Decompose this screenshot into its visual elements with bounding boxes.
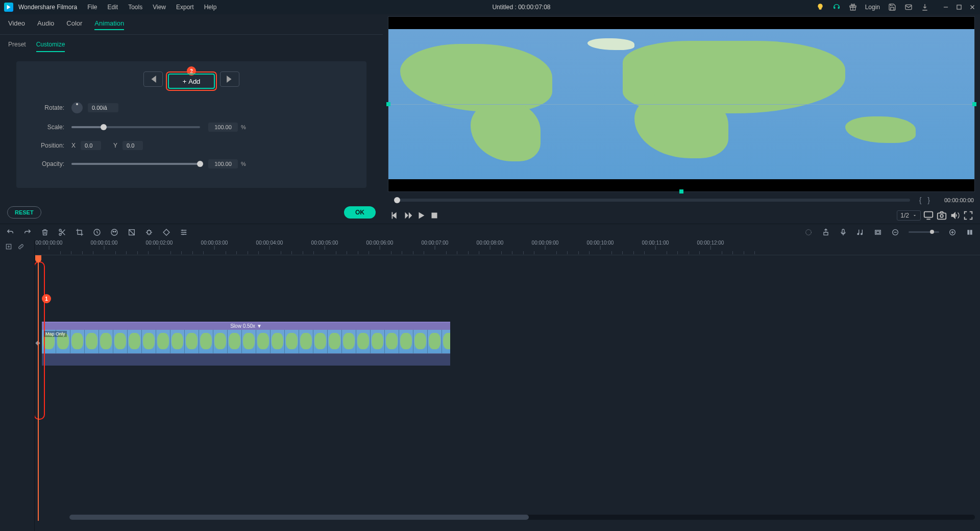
- menu-help[interactable]: Help: [204, 4, 217, 11]
- position-y-value[interactable]: 0.0: [122, 141, 143, 150]
- lightbulb-icon[interactable]: [816, 3, 824, 11]
- scale-value[interactable]: 100.00: [208, 123, 238, 132]
- scale-slider[interactable]: [71, 126, 200, 128]
- subtab-preset[interactable]: Preset: [8, 41, 26, 52]
- resize-handle-right[interactable]: [972, 102, 976, 106]
- resize-handle-left[interactable]: [386, 102, 390, 106]
- clip-effect-label[interactable]: Slow 0.50x ▼: [42, 323, 450, 330]
- delete-icon[interactable]: [41, 228, 49, 236]
- tab-animation[interactable]: Animation: [94, 19, 124, 30]
- zoom-fit-icon[interactable]: [966, 228, 974, 236]
- play-icon[interactable]: [415, 210, 427, 221]
- audio-mixer-icon[interactable]: [856, 228, 865, 236]
- window-close-icon[interactable]: [969, 4, 976, 11]
- clip-name: Map Only: [44, 331, 67, 337]
- headphones-icon[interactable]: [832, 3, 841, 11]
- plus-icon: +: [183, 78, 187, 85]
- mail-icon[interactable]: [904, 3, 913, 11]
- download-icon[interactable]: [921, 3, 929, 11]
- position-x-label: X: [71, 142, 76, 149]
- tab-color[interactable]: Color: [66, 19, 82, 30]
- rotate-label: Rotate:: [29, 104, 64, 111]
- render-icon[interactable]: [804, 228, 813, 236]
- ruler-tick: 00:00:03:00: [201, 240, 228, 250]
- zoom-slider[interactable]: [909, 231, 939, 233]
- marker-icon[interactable]: [822, 228, 830, 236]
- svg-point-16: [806, 229, 812, 235]
- color-icon[interactable]: [110, 228, 118, 236]
- menu-view[interactable]: View: [153, 4, 166, 11]
- speed-icon[interactable]: [93, 228, 101, 236]
- add-keyframe-button[interactable]: + Add: [168, 74, 215, 89]
- timeline-tracks[interactable]: 1 1 Slow 0.50x ▼ Map Only 1: [35, 255, 980, 521]
- timeline-scrollbar[interactable]: [69, 515, 975, 520]
- login-button[interactable]: Login: [865, 4, 880, 11]
- ruler-tick: 00:00:05:00: [311, 240, 338, 250]
- video-clip[interactable]: Slow 0.50x ▼ Map Only: [42, 322, 450, 365]
- track-link-icon[interactable]: [17, 243, 24, 250]
- rotate-knob[interactable]: [71, 102, 83, 113]
- prev-keyframe-button[interactable]: [143, 71, 163, 87]
- resize-handle-bottom[interactable]: [679, 189, 683, 194]
- opacity-value[interactable]: 100.00: [208, 159, 238, 168]
- window-minimize-icon[interactable]: [942, 4, 949, 11]
- ruler-tick: 00:00:02:00: [146, 240, 173, 250]
- ok-button[interactable]: OK: [344, 206, 376, 219]
- seek-bar[interactable]: [394, 199, 910, 202]
- ruler-tick: 00:00:06:00: [366, 240, 394, 250]
- mark-out-icon[interactable]: }: [925, 196, 932, 204]
- svg-point-13: [115, 231, 116, 232]
- save-icon[interactable]: [888, 3, 896, 11]
- annotation-highlight-playhead: [35, 261, 45, 420]
- gift-icon[interactable]: [849, 3, 857, 11]
- zoom-in-icon[interactable]: [948, 228, 957, 236]
- zoom-out-icon[interactable]: [891, 228, 899, 236]
- motion-track-icon[interactable]: [145, 228, 153, 236]
- display-icon[interactable]: [923, 210, 934, 221]
- scale-unit: %: [241, 124, 246, 130]
- ruler-tick: 00:00:07:00: [422, 240, 449, 250]
- step-back-icon[interactable]: [389, 210, 400, 221]
- rotate-value[interactable]: 0.00iâ: [88, 103, 118, 112]
- volume-icon[interactable]: [949, 210, 961, 221]
- position-x-value[interactable]: 0.0: [81, 141, 101, 150]
- menu-file[interactable]: File: [87, 4, 97, 11]
- menu-tools[interactable]: Tools: [128, 4, 142, 11]
- opacity-unit: %: [241, 161, 246, 167]
- chevron-down-icon: [912, 213, 917, 218]
- keyframe-icon[interactable]: [162, 228, 170, 236]
- window-maximize-icon[interactable]: [955, 4, 963, 11]
- subtab-customize[interactable]: Customize: [36, 41, 65, 52]
- preview-scale-select[interactable]: 1/2: [897, 210, 921, 221]
- safe-zone-icon[interactable]: [874, 228, 882, 236]
- menu-export[interactable]: Export: [176, 4, 194, 11]
- track-add-icon[interactable]: [5, 243, 12, 250]
- adjust-icon[interactable]: [180, 228, 188, 236]
- preview-viewport[interactable]: [388, 16, 975, 192]
- play-forward-icon[interactable]: [402, 210, 413, 221]
- mark-in-icon[interactable]: {: [917, 196, 924, 204]
- timeline-ruler[interactable]: 00:00:00:0000:00:01:0000:00:02:0000:00:0…: [35, 240, 980, 255]
- stop-icon[interactable]: [429, 210, 440, 221]
- inspector-panel: Video Audio Color Animation Preset Custo…: [0, 14, 383, 224]
- tab-video[interactable]: Video: [8, 19, 25, 30]
- rotate-row: Rotate: 0.00iâ: [29, 102, 354, 113]
- next-keyframe-button[interactable]: [220, 71, 239, 87]
- snapshot-icon[interactable]: [936, 210, 947, 221]
- opacity-slider[interactable]: [71, 163, 200, 165]
- tab-audio[interactable]: Audio: [37, 19, 54, 30]
- menu-edit[interactable]: Edit: [108, 4, 118, 11]
- preview-panel: { } 00:00:00:00 1/2: [383, 14, 980, 224]
- crop-icon[interactable]: [76, 228, 84, 236]
- undo-icon[interactable]: [6, 228, 14, 236]
- green-screen-icon[interactable]: [128, 228, 136, 236]
- voiceover-icon[interactable]: [839, 228, 847, 236]
- playback-controls: 1/2: [388, 208, 975, 223]
- fullscreen-icon[interactable]: [963, 210, 974, 221]
- split-icon[interactable]: [58, 228, 66, 236]
- playhead[interactable]: [38, 255, 39, 521]
- redo-icon[interactable]: [23, 228, 32, 236]
- reset-button[interactable]: RESET: [7, 206, 41, 219]
- video-track: 1 Slow 0.50x ▼ Map Only: [42, 322, 974, 365]
- preview-scale-value: 1/2: [900, 212, 909, 219]
